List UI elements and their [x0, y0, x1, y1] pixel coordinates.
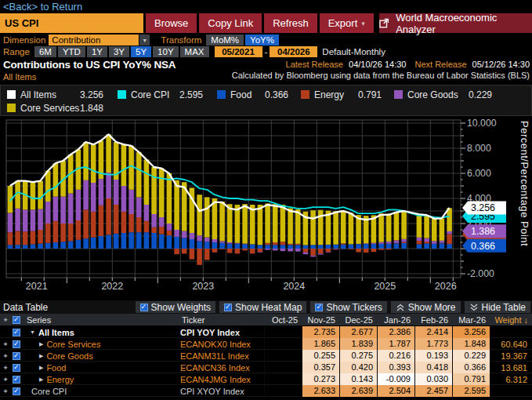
row-checkbox[interactable] [13, 352, 20, 360]
legend-label: Core Services [20, 103, 80, 114]
page-title: Contributions to US CPI YoY% NSA [3, 59, 176, 71]
header-checkbox-cell [11, 316, 25, 324]
toolbar-button-browse[interactable]: Browse [146, 13, 197, 33]
series-name-cell[interactable]: ▶Core Services [25, 340, 180, 349]
dimension-dropdown-icon[interactable]: ▾ [139, 35, 150, 45]
date-range-dash: - [265, 47, 268, 56]
toggle-label: Show Weights [151, 302, 211, 313]
show-weights-checkbox[interactable] [140, 304, 148, 311]
transform-option-yoy[interactable]: YoY% [245, 35, 279, 45]
latest-release-value: 04/10/26 14:30 [349, 60, 406, 69]
weight-column-header[interactable]: Weight ↓ [490, 315, 532, 325]
hide-table-button[interactable]: Hide Table [465, 301, 530, 313]
legend-label: Food [230, 89, 265, 100]
svg-text:6.000: 6.000 [467, 168, 491, 179]
table-row-energy: ✦▶EnergyECAN4JMG Index0.2730.143-0.0090.… [0, 373, 532, 385]
row-checkbox[interactable] [13, 376, 20, 384]
row-locator-diamond-icon[interactable]: ✦ [0, 352, 11, 360]
export-button[interactable]: Export ▾ [320, 13, 374, 33]
toggle-show-heat-map[interactable]: Show Heat Map [219, 301, 306, 313]
back-link[interactable]: <Back> to Return [3, 1, 82, 13]
app-title: World Macroeconomic Analyzer [396, 12, 532, 35]
toolbar-button-copy-link[interactable]: Copy Link [199, 13, 262, 33]
svg-text:3.256: 3.256 [471, 202, 495, 213]
column-header-dec-25[interactable]: Dec-25 [339, 315, 377, 325]
value-cell: 2.735 [302, 326, 339, 338]
series-name: Core Services [46, 340, 100, 349]
expand-arrow-icon[interactable]: ▼ [30, 329, 35, 335]
range-buttons: 6MYTD1Y3Y5Y10YMAX [33, 46, 209, 57]
row-checkbox[interactable] [13, 387, 20, 395]
row-locator-diamond-icon[interactable]: ✦ [0, 387, 11, 395]
legend-value: 0.366 [265, 89, 301, 100]
legend-value: 3.256 [80, 89, 118, 100]
series-name-cell[interactable]: ▶Core Goods [25, 351, 180, 361]
row-checkbox-cell [11, 340, 25, 348]
collapse-arrow-icon[interactable]: ▶ [39, 341, 43, 347]
range-option-ytd[interactable]: YTD [58, 46, 85, 57]
column-header-oct-25[interactable]: Oct-25 [264, 315, 302, 325]
toggle-label: Show Tickers [326, 302, 382, 313]
series-name-cell[interactable]: Core CPI [25, 387, 180, 396]
frequency-label: Default-Monthly [322, 47, 385, 56]
series-name-cell[interactable]: ▶Food [25, 363, 180, 373]
data-table-section: Data Table Show WeightsShow Heat MapShow… [0, 300, 532, 400]
series-name-cell[interactable]: ▼All Items [25, 328, 180, 337]
column-header-mar-26[interactable]: Mar-26 [452, 315, 490, 325]
chart-value-tags: 1.1571.3860.3662.5953.256 [462, 201, 506, 252]
column-header-nov-25[interactable]: Nov-25 [302, 315, 339, 325]
row-checkbox[interactable] [13, 364, 20, 372]
toolbar-button-refresh[interactable]: Refresh [264, 13, 317, 33]
app-title-panel[interactable]: World Macroeconomic Analyzer [379, 13, 532, 33]
value-cell [264, 373, 302, 385]
collapse-arrow-icon[interactable]: ▶ [39, 376, 43, 383]
range-option-5y[interactable]: 5Y [131, 46, 151, 57]
cpi-chart-svg[interactable]: -2.0000.0002.0004.0006.0008.00010.000202… [0, 118, 532, 294]
show-more-button[interactable]: Show More [391, 301, 461, 313]
legend-row-2: Core Services1.848 [7, 101, 531, 115]
header-diamond-icon[interactable]: ✦ [0, 316, 11, 324]
column-header-jan-26[interactable]: Jan-26 [377, 315, 414, 325]
row-checkbox-cell [11, 387, 25, 395]
value-cell: 2.677 [339, 326, 377, 338]
value-cell: 3.256 [452, 326, 490, 338]
row-locator-diamond-icon[interactable]: ✦ [0, 376, 11, 384]
row-checkbox[interactable] [13, 329, 20, 336]
value-cell: 2.414 [414, 326, 452, 338]
dimension-select[interactable]: Contribution [49, 35, 139, 45]
value-cell: 2.633 [302, 385, 339, 397]
row-checkbox[interactable] [13, 340, 20, 348]
value-cell: 0.420 [339, 362, 377, 373]
range-option-3y[interactable]: 3Y [109, 46, 129, 57]
dimension-label: Dimension [3, 35, 45, 45]
title-row: Contributions to US CPI YoY% NSA All Ite… [0, 59, 532, 83]
series-column-header[interactable]: Series [25, 315, 180, 325]
release-block: Latest Release 04/10/26 14:30 Next Relea… [232, 59, 530, 83]
value-cell: -0.009 [377, 373, 414, 385]
show-tickers-checkbox[interactable] [315, 304, 323, 311]
row-locator-diamond-icon[interactable]: ✦ [0, 340, 11, 348]
show-more-label: Show More [408, 302, 456, 313]
toggle-show-tickers[interactable]: Show Tickers [310, 301, 386, 313]
range-option-max[interactable]: MAX [180, 46, 209, 57]
security-input[interactable] [0, 13, 143, 33]
transform-option-mom[interactable]: MoM% [206, 35, 244, 45]
svg-text:2024: 2024 [283, 281, 305, 292]
hide-table-label: Hide Table [482, 302, 526, 313]
series-name-cell[interactable]: ▶Energy [25, 375, 180, 384]
date-to-field[interactable]: 04/2026 [270, 46, 317, 57]
range-option-10y[interactable]: 10Y [153, 46, 178, 57]
table-header-row: ✦ Series Ticker Oct-25Nov-25Dec-25Jan-26… [0, 314, 532, 326]
ticker-column-header[interactable]: Ticker [180, 315, 264, 325]
collapse-arrow-icon[interactable]: ▶ [39, 353, 43, 359]
collapse-arrow-icon[interactable]: ▶ [39, 365, 43, 371]
value-cell: 0.143 [339, 373, 377, 385]
date-from-field[interactable]: 05/2021 [215, 46, 262, 57]
range-option-6m[interactable]: 6M [34, 46, 56, 57]
show-heat-map-checkbox[interactable] [224, 304, 232, 311]
row-locator-diamond-icon[interactable]: ✦ [0, 364, 11, 372]
select-all-checkbox[interactable] [13, 316, 20, 324]
column-header-feb-26[interactable]: Feb-26 [414, 315, 452, 325]
range-option-1y[interactable]: 1Y [87, 46, 107, 57]
toggle-show-weights[interactable]: Show Weights [136, 301, 215, 313]
